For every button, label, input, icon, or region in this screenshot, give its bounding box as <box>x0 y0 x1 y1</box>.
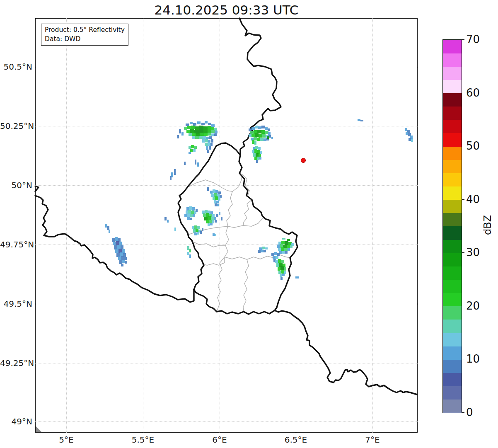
radar-echo-cell <box>186 130 190 133</box>
colorbar-tick-mark <box>462 199 464 200</box>
radar-echo-cell <box>281 247 284 251</box>
radar-echo-cell <box>213 189 215 193</box>
radar-echo-cell <box>109 230 110 233</box>
product-line: Product: 0.5° Reflectivity <box>45 25 125 34</box>
radar-echo-cell <box>221 217 222 220</box>
colorbar <box>442 39 462 413</box>
radar-echo-cell <box>122 260 125 263</box>
radar-echo-cell <box>276 263 279 267</box>
colorbar-tick-mark <box>462 306 464 306</box>
colorbar-segment <box>443 320 462 333</box>
radar-echo-cell <box>184 162 186 165</box>
radar-echo-cell <box>216 214 218 217</box>
colorbar-segment <box>443 253 462 266</box>
radar-echo-cell <box>257 138 260 141</box>
radar-echo-cell <box>215 203 217 206</box>
radar-echo-cell <box>190 214 193 217</box>
radar-echo-cell <box>200 133 204 136</box>
colorbar-segment <box>443 280 462 293</box>
radar-echo-cell <box>212 214 215 217</box>
colorbar-segment <box>443 293 462 307</box>
radar-echo-cell <box>192 136 195 139</box>
radar-echo-cell <box>255 133 259 137</box>
radar-echo-cell <box>275 260 278 263</box>
radar-echo-cell <box>193 214 195 217</box>
colorbar-segment <box>443 133 462 147</box>
radar-echo-cell <box>273 256 276 259</box>
radar-echo-cell <box>115 237 118 241</box>
colorbar-tick-label: 70 <box>466 33 480 46</box>
radar-echo-cell <box>197 121 201 124</box>
radar-echo-cell <box>113 242 116 245</box>
radar-echo-cell <box>189 133 192 136</box>
radar-echo-cell <box>211 130 215 133</box>
radar-echo-cell <box>261 126 265 128</box>
colorbar-tick-label: 10 <box>466 352 480 366</box>
colorbar-tick-label: 0 <box>466 406 473 419</box>
radar-echo-cell <box>190 122 193 124</box>
colorbar-segment <box>443 173 462 186</box>
radar-figure: 24.10.2025 09:33 UTC 5°E5.5°E6°E6.5°E7°E… <box>0 0 498 448</box>
radar-echo-cell <box>249 134 251 137</box>
radar-echo-cell <box>259 157 261 160</box>
colorbar-tick-mark <box>462 252 464 253</box>
radar-echo-cell <box>215 196 218 200</box>
colorbar-tick-label: 60 <box>466 86 480 99</box>
radar-echo-cell <box>214 217 216 220</box>
radar-echo-cell <box>174 169 176 175</box>
radar-echo-cell <box>191 211 194 214</box>
radar-echo-cell <box>258 250 261 253</box>
radar-echo-cell <box>210 223 213 225</box>
radar-echo-cell <box>290 245 293 248</box>
colorbar-tick-label: 50 <box>466 139 480 153</box>
radar-echo-cell <box>170 176 172 180</box>
radar-echo-cell <box>199 136 203 139</box>
radar-echo-cell <box>192 133 196 136</box>
radar-echo-cell <box>278 271 281 274</box>
radar-echo-cell <box>189 152 191 154</box>
radar-echo-cell <box>214 133 217 136</box>
colorbar-segment <box>443 107 462 120</box>
colorbar-segment <box>443 186 462 200</box>
radar-echo-cell <box>287 239 290 241</box>
radar-echo-cell <box>214 128 217 131</box>
radar-echo-cell <box>278 259 281 263</box>
radar-echo-cell <box>190 218 192 220</box>
radar-echo-cell <box>192 207 195 211</box>
radar-echo-cell <box>280 266 284 270</box>
radar-echo-cell <box>265 127 268 130</box>
radar-echo-cell <box>360 120 363 121</box>
radar-echo-cell <box>264 250 266 252</box>
radar-echo-cell <box>203 136 206 139</box>
colorbar-segment <box>443 373 462 387</box>
radar-echo-cell <box>278 248 281 251</box>
colorbar-tick-label: 30 <box>466 246 480 259</box>
radar-echo-cell <box>267 136 269 139</box>
colorbar-tick-label: 40 <box>466 193 480 206</box>
colorbar-segment <box>443 400 462 413</box>
radar-echo-cell <box>271 137 273 139</box>
radar-echo-cell <box>209 220 212 223</box>
colorbar-segment <box>443 359 462 373</box>
colorbar-tick-mark <box>462 39 464 40</box>
colorbar-segment <box>443 306 462 320</box>
radar-echo-cell <box>288 248 290 251</box>
radar-echo-cell <box>202 139 205 143</box>
colorbar-unit-label: dBZ <box>482 215 493 235</box>
radar-echo-cell <box>194 146 197 149</box>
radar-echo-cell <box>197 162 199 167</box>
radar-echo-cell <box>207 187 209 191</box>
radar-echo-cell <box>251 127 255 130</box>
radar-echo-cell <box>205 210 208 213</box>
radar-echo-cell <box>254 149 257 153</box>
country-borders-map <box>0 0 498 448</box>
colorbar-tick-mark <box>462 93 464 93</box>
radar-echo-cell <box>199 126 203 129</box>
radar-echo-cell <box>187 126 191 129</box>
colorbar-segment <box>443 120 462 133</box>
radar-echo-cell <box>251 134 255 137</box>
radar-echo-cell <box>218 197 220 201</box>
colorbar-segment <box>443 53 462 67</box>
radar-echo-cell <box>282 274 285 276</box>
colorbar-segment <box>443 146 462 160</box>
